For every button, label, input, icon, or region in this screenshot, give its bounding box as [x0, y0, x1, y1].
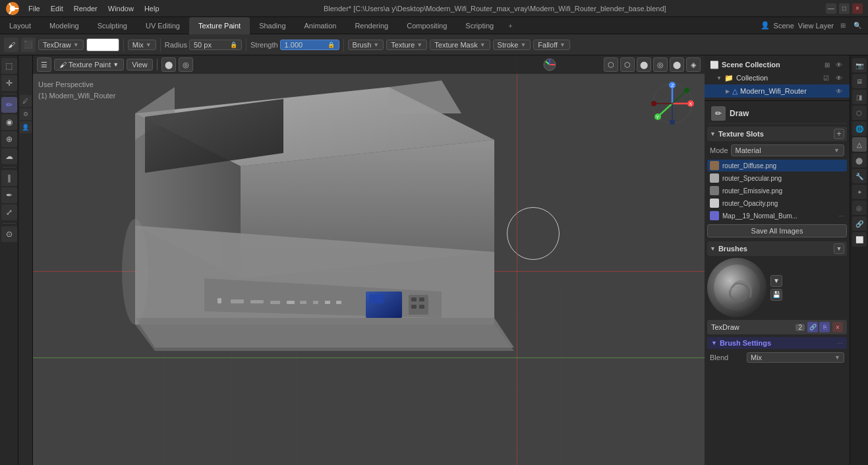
cursor-tool-icon[interactable]: ✛ [1, 75, 17, 91]
color-swatch[interactable] [86, 38, 119, 51]
xray-toggle[interactable]: ⬡ [620, 57, 635, 72]
collection-eye-icon[interactable]: 👁 [834, 73, 844, 83]
shading-material-icon[interactable]: ◎ [653, 57, 668, 72]
brushes-header[interactable]: ▼ Brushes ▼ [707, 241, 847, 256]
scene-selector[interactable]: Scene [774, 22, 794, 30]
tab-shading[interactable]: Shading [250, 17, 295, 34]
strength-input[interactable]: 1.000 🔒 [280, 40, 339, 50]
collection-row[interactable]: ▼ 📁 Collection ☑ 👁 [705, 71, 850, 84]
brush-save-icon[interactable]: 💾 [770, 289, 782, 301]
viewport[interactable]: ☰ 🖌 Texture Paint ▼ View ⬤ ◎ [33, 55, 705, 465]
tab-scripting[interactable]: Scripting [456, 17, 503, 34]
prop-tab-view-layer[interactable]: ◨ [852, 90, 867, 104]
collection-checkbox-icon[interactable]: ☑ [821, 73, 831, 83]
menu-file[interactable]: File [24, 3, 45, 14]
tab-uv-editing[interactable]: UV Editing [136, 17, 189, 34]
prop-tab-scene[interactable]: ⬡ [852, 106, 867, 120]
blender-logo-icon[interactable] [5, 1, 20, 16]
texture-selector[interactable]: Texture ▼ [386, 40, 427, 50]
prop-tab-material[interactable]: ⬤ [852, 153, 867, 168]
annotate2-tool-icon[interactable]: ✒ [1, 187, 17, 203]
stroke-selector[interactable]: Stroke ▼ [493, 40, 531, 50]
viewport-mode-selector[interactable]: 🖌 Texture Paint ▼ [54, 59, 124, 71]
texture-slot-3[interactable]: router_Opacity.png [707, 197, 847, 209]
texture-slot-2[interactable]: router_Emissive.png [707, 185, 847, 197]
menu-window[interactable]: Window [103, 3, 138, 14]
tab-animation[interactable]: Animation [295, 17, 346, 34]
prop-tab-constraints[interactable]: 🔗 [852, 216, 867, 231]
radius-input[interactable]: 50 px 🔒 [189, 40, 242, 50]
fill-tool-icon[interactable]: ◉ [1, 114, 17, 130]
overlay-toggle[interactable]: ⬡ [604, 57, 618, 72]
tab-layout[interactable]: Layout [0, 17, 40, 34]
texture-slots-header[interactable]: ▼ Texture Slots + [707, 127, 847, 141]
brush-sphere [707, 258, 767, 317]
viewport-shading-solid[interactable]: ⬤ [161, 57, 176, 72]
annotate-tool-icon[interactable]: ∥ [1, 170, 17, 186]
object-eye-icon[interactable]: 👁 [834, 86, 844, 96]
smear-tool-icon[interactable]: ☁ [1, 148, 17, 164]
tab-modeling[interactable]: Modeling [40, 17, 88, 34]
brush-remove-button[interactable]: × [832, 322, 843, 332]
mode-dropdown[interactable]: Material ▼ [731, 144, 844, 156]
viewport-shading-material[interactable]: ◎ [179, 57, 193, 72]
prop-tab-render[interactable]: 📷 [852, 58, 867, 73]
view-layer-selector[interactable]: View Layer [798, 22, 834, 30]
texture-slot-4[interactable]: Map__19_Normal_Bum... ··· [707, 210, 847, 222]
viewport-menu-icon[interactable]: ☰ [37, 57, 51, 72]
tab-sculpting[interactable]: Sculpting [88, 17, 136, 34]
svg-rect-22 [300, 301, 306, 304]
minimize-button[interactable]: — [826, 3, 836, 14]
clone-tool-icon[interactable]: ⊕ [1, 131, 17, 147]
shading-eevee-icon[interactable]: ◈ [686, 57, 701, 72]
n-panel-icon-2[interactable]: ⚙ [20, 108, 32, 120]
texture-slot-0[interactable]: router_Diffuse.png [707, 160, 847, 171]
object-row[interactable]: ▶ △ Modern_Wifi_Router 👁 [705, 84, 850, 98]
falloff-selector[interactable]: Falloff ▼ [533, 40, 570, 50]
n-panel-icon-1[interactable]: 🖊 [20, 95, 32, 107]
prop-tab-modifier[interactable]: 🔧 [852, 169, 867, 183]
add-texture-slot-button[interactable]: + [834, 129, 844, 139]
tex-thumb-4 [710, 211, 719, 220]
add-workspace-button[interactable]: + [503, 20, 517, 31]
n-panel-icon-3[interactable]: 👤 [20, 121, 32, 133]
prop-tab-particles[interactable]: ✦ [852, 185, 867, 199]
viewport-view-button[interactable]: View [127, 59, 153, 71]
save-all-button[interactable]: Save All Images [707, 224, 847, 237]
prop-tab-physics[interactable]: ◎ [852, 201, 867, 215]
tab-texture-paint[interactable]: Texture Paint [189, 17, 250, 34]
layout-icon[interactable]: ⊞ [838, 20, 848, 31]
brush-settings-icon[interactable]: ▼ [770, 275, 782, 287]
prop-tab-object-data[interactable]: △ [852, 137, 867, 152]
mix-selector[interactable]: Mix ▼ [128, 40, 156, 50]
menu-render[interactable]: Render [69, 3, 102, 14]
mode-row: Mode Material ▼ [707, 143, 847, 158]
texture-slot-1[interactable]: router_Specular.png [707, 172, 847, 184]
outliner-filter-icon[interactable]: ⊞ [822, 59, 832, 70]
brush-type-selector[interactable]: TexDraw ▼ [38, 40, 84, 50]
brush-settings-header[interactable]: ▼ Brush Settings ⋯ [707, 337, 847, 349]
menu-edit[interactable]: Edit [46, 3, 68, 14]
search-icon[interactable]: 🔍 [852, 20, 863, 31]
select-tool-icon[interactable]: ⬚ [1, 58, 17, 74]
prop-tab-output[interactable]: 🖥 [852, 74, 867, 88]
outliner-eye-icon[interactable]: 👁 [834, 59, 844, 70]
prop-tab-object[interactable]: ⬜ [852, 232, 867, 247]
close-button[interactable]: × [852, 3, 863, 14]
shading-solid-icon[interactable]: ⬤ [637, 57, 651, 72]
brush-copy-icon[interactable]: ⎘ [819, 322, 830, 332]
texture-mask-selector[interactable]: Texture Mask ▼ [430, 40, 490, 50]
annotate3-tool-icon[interactable]: ⤢ [1, 204, 17, 220]
brush-selector[interactable]: Brush ▼ [348, 40, 384, 50]
tab-compositing[interactable]: Compositing [397, 17, 456, 34]
draw-tool-icon[interactable]: ✏ [1, 97, 17, 113]
prop-tab-world[interactable]: 🌐 [852, 121, 867, 136]
blend-dropdown[interactable]: Mix ▼ [747, 352, 844, 363]
brushes-expand-icon[interactable]: ▼ [834, 243, 844, 254]
menu-help[interactable]: Help [140, 3, 164, 14]
maximize-button[interactable]: □ [839, 3, 850, 14]
tab-rendering[interactable]: Rendering [345, 17, 397, 34]
shading-rendered-icon[interactable]: ⬤ [670, 57, 684, 72]
brush-cursor-tool-icon[interactable]: ⊙ [1, 226, 17, 242]
brush-link-icon[interactable]: 🔗 [807, 322, 818, 332]
